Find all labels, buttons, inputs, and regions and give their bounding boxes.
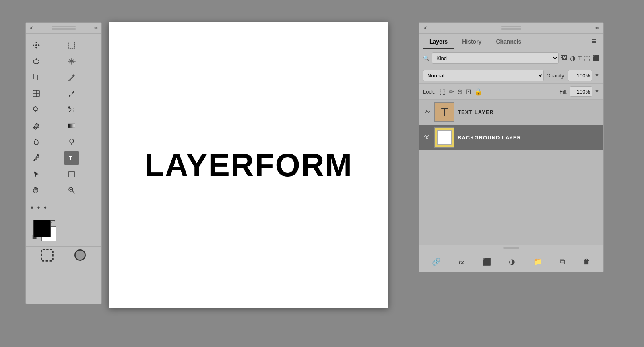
svg-rect-1	[68, 42, 75, 48]
svg-rect-23	[75, 250, 85, 260]
shape-tool[interactable]	[64, 167, 79, 181]
delete-layer-button[interactable]: 🗑	[581, 256, 593, 268]
svg-rect-22	[41, 249, 53, 261]
color-area: ⇄ ⬛	[26, 214, 101, 246]
layer-thumbnail	[434, 127, 454, 148]
lock-label: Lock:	[423, 89, 436, 95]
svg-point-0	[35, 44, 37, 46]
layer-visibility-icon[interactable]: 👁	[423, 108, 431, 116]
layers-collapse-icon[interactable]: ≫	[594, 25, 599, 31]
filter-select[interactable]: Kind Name Effect Mode	[432, 52, 559, 64]
zoom-tool[interactable]	[64, 183, 79, 197]
fill-dropdown-icon[interactable]: ▼	[594, 89, 599, 94]
foreground-color[interactable]	[33, 220, 51, 237]
fill-section: Fill: ▼	[559, 86, 599, 97]
lock-transparent-icon[interactable]: ⬚	[440, 88, 446, 96]
fill-input[interactable]	[570, 86, 592, 97]
svg-point-9	[68, 107, 70, 108]
eyedropper-tool[interactable]	[64, 70, 79, 85]
filter-type-icon[interactable]: T	[578, 55, 582, 61]
add-style-button[interactable]: fx	[456, 257, 466, 267]
svg-rect-11	[68, 124, 75, 128]
lasso-tool[interactable]	[29, 54, 43, 69]
layer-name: BACKGROUND LAYER	[458, 135, 521, 141]
svg-point-15	[37, 155, 39, 156]
magic-wand-tool[interactable]	[64, 54, 79, 69]
collapse-icon[interactable]: ≫	[93, 25, 98, 31]
layer-visibility-icon[interactable]: 👁	[423, 134, 431, 141]
filter-icons: 🖼 ◑ T ⬚ ⬛	[561, 54, 599, 62]
marquee-rect-tool[interactable]	[64, 38, 79, 52]
more-tools: • • •	[26, 202, 101, 214]
svg-rect-17	[69, 171, 74, 177]
layers-bottom-toolbar: 🔗 fx ⬛ ◑ 📁 ⧉ 🗑	[419, 251, 603, 272]
tab-layers[interactable]: Layers	[423, 35, 454, 49]
filter-shape-icon[interactable]: ⬚	[584, 54, 590, 62]
toolbar-header: ✕ ≫	[26, 23, 101, 34]
crop-tool[interactable]	[29, 70, 43, 85]
svg-point-2	[33, 60, 39, 64]
quick-mask-tool[interactable]	[73, 249, 87, 261]
tab-channels[interactable]: Channels	[489, 35, 528, 49]
filter-row: 🔍 Kind Name Effect Mode 🖼 ◑ T ⬚ ⬛	[419, 49, 603, 67]
filter-adjust-icon[interactable]: ◑	[570, 54, 576, 62]
svg-point-12	[70, 139, 74, 143]
opacity-label: Opacity:	[546, 73, 566, 79]
fill-label: Fill:	[559, 89, 568, 95]
layer-name: TEXT LAYER	[458, 109, 494, 115]
gradient-tool[interactable]	[64, 118, 79, 133]
path-select-tool[interactable]	[29, 167, 43, 181]
blend-mode-select[interactable]: Normal Dissolve Multiply Screen Overlay	[423, 70, 544, 81]
filter-image-icon[interactable]: 🖼	[561, 54, 568, 62]
type-tool[interactable]: T	[64, 151, 79, 165]
swap-colors-button[interactable]: ⇄	[51, 218, 56, 224]
lock-image-icon[interactable]: ✏	[449, 88, 454, 96]
panel-tools	[26, 246, 101, 264]
new-layer-button[interactable]: ⧉	[557, 256, 568, 268]
filter-smart-icon[interactable]: ⬛	[592, 55, 599, 61]
opacity-dropdown-icon[interactable]: ▼	[594, 73, 599, 78]
layers-panel-header: ✕ ≫	[419, 23, 603, 34]
selection-border-tool[interactable]	[40, 249, 54, 261]
panel-menu-icon[interactable]: ≡	[588, 34, 599, 49]
svg-text:T: T	[69, 155, 72, 162]
layer-item[interactable]: 👁 T TEXT LAYER	[419, 100, 603, 125]
hand-tool[interactable]	[29, 183, 43, 197]
blur-tool[interactable]	[29, 135, 43, 149]
tools-grid: T	[26, 34, 101, 202]
lock-all-icon[interactable]: 🔒	[474, 88, 482, 96]
link-layers-button[interactable]: 🔗	[429, 256, 443, 268]
layers-close-icon[interactable]: ✕	[423, 25, 427, 31]
svg-line-19	[72, 191, 75, 193]
toolbar-panel: ✕ ≫	[25, 22, 102, 304]
history-brush-tool[interactable]	[64, 102, 79, 117]
canvas-text: LAYERFORM	[144, 147, 353, 184]
blend-row: Normal Dissolve Multiply Screen Overlay …	[419, 67, 603, 84]
clone-stamp-tool[interactable]	[29, 102, 43, 117]
move-tool[interactable]	[29, 38, 43, 52]
opacity-input[interactable]	[568, 70, 592, 81]
lock-row: Lock: ⬚ ✏ ⊕ ⊡ 🔒 Fill: ▼	[419, 84, 603, 100]
layers-tabs: Layers History Channels ≡	[419, 34, 603, 49]
toolbar-grip	[33, 26, 93, 30]
layer-item[interactable]: 👁 BACKGROUND LAYER	[419, 125, 603, 150]
lock-artboard-icon[interactable]: ⊡	[466, 88, 471, 96]
layers-panel: ✕ ≫ Layers History Channels ≡ 🔍 Kind Nam…	[419, 22, 604, 272]
lock-move-icon[interactable]: ⊕	[457, 88, 462, 96]
close-icon[interactable]: ✕	[29, 25, 33, 31]
tab-history[interactable]: History	[456, 35, 488, 49]
new-group-button[interactable]: 📁	[531, 256, 545, 268]
adjustment-button[interactable]: ◑	[506, 256, 518, 268]
canvas: LAYERFORM	[109, 22, 388, 308]
brush-tool[interactable]	[64, 86, 79, 101]
add-mask-button[interactable]: ⬛	[480, 256, 493, 268]
dodge-tool[interactable]	[64, 135, 79, 149]
eraser-tool[interactable]	[29, 118, 43, 133]
layer-thumbnail: T	[434, 102, 454, 122]
filter-search-icon: 🔍	[423, 55, 429, 61]
lock-icons: ⬚ ✏ ⊕ ⊡ 🔒	[440, 88, 482, 96]
more-tools-button[interactable]: • • •	[31, 203, 47, 212]
svg-marker-4	[68, 58, 76, 65]
pen-tool[interactable]	[29, 151, 43, 165]
patch-tool[interactable]	[29, 86, 43, 101]
